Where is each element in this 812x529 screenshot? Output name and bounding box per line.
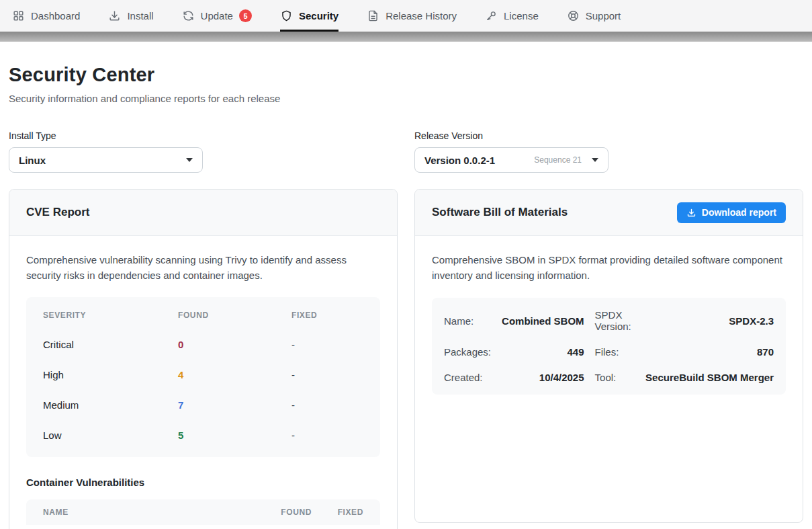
install-type-label: Install Type bbox=[9, 130, 398, 141]
page-title: Security Center bbox=[9, 64, 803, 86]
sbom-description: Comprehensive SBOM in SPDX format provid… bbox=[432, 253, 786, 283]
key-icon bbox=[485, 9, 498, 22]
top-navigation: Dashboard Install Update 5 Security Rele… bbox=[0, 0, 812, 32]
sbom-detail-value: 449 bbox=[502, 346, 584, 358]
severity-label: Critical bbox=[43, 339, 178, 350]
release-version-value: Version 0.0.2-1 bbox=[424, 155, 529, 166]
sbom-detail-value: SPDX-2.3 bbox=[645, 315, 774, 327]
sbom-detail-label: Files: bbox=[595, 346, 635, 358]
found-count: 5 bbox=[178, 430, 291, 441]
cve-report-card: CVE Report Comprehensive vulnerability s… bbox=[9, 189, 398, 529]
shield-icon bbox=[280, 9, 293, 22]
cve-description: Comprehensive vulnerability scanning usi… bbox=[26, 253, 380, 283]
found-count: 7 bbox=[178, 399, 291, 411]
download-icon bbox=[686, 208, 696, 218]
cve-card-body: Comprehensive vulnerability scanning usi… bbox=[9, 236, 397, 529]
sbom-card-header: Software Bill of Materials Download repo… bbox=[415, 190, 803, 236]
severity-label: Low bbox=[43, 430, 178, 441]
nav-label: Release History bbox=[386, 10, 457, 22]
download-report-button[interactable]: Download report bbox=[677, 202, 786, 223]
sbom-detail-label: SPDX Version: bbox=[595, 309, 635, 332]
found-count: 4 bbox=[178, 369, 291, 380]
severity-table: SEVERITY FOUND FIXED Critical 0 - High 4… bbox=[26, 297, 380, 457]
nav-label: Update bbox=[201, 10, 233, 22]
nav-item-install[interactable]: Install bbox=[108, 0, 153, 32]
sbom-detail-label: Tool: bbox=[595, 372, 635, 383]
sbom-detail-value: SecureBuild SBOM Merger bbox=[645, 372, 774, 383]
lifebuoy-icon bbox=[567, 9, 580, 22]
fixed-col-header: FIXED bbox=[291, 311, 363, 320]
nav-item-license[interactable]: License bbox=[485, 0, 539, 32]
page-subtitle: Security information and compliance repo… bbox=[9, 93, 803, 104]
report-cards: CVE Report Comprehensive vulnerability s… bbox=[9, 189, 803, 529]
update-count-badge: 5 bbox=[239, 9, 252, 22]
chevron-down-icon bbox=[592, 158, 598, 162]
nav-item-security[interactable]: Security bbox=[280, 0, 339, 32]
severity-label: Medium bbox=[43, 399, 178, 411]
main-content: Security Center Security information and… bbox=[0, 64, 812, 529]
nav-item-dashboard[interactable]: Dashboard bbox=[12, 0, 80, 32]
name-col-header: NAME bbox=[43, 507, 255, 517]
sbom-detail-label: Packages: bbox=[444, 346, 491, 358]
found-col-header: FOUND bbox=[178, 311, 291, 320]
nav-item-release-history[interactable]: Release History bbox=[367, 0, 457, 32]
file-document-icon bbox=[367, 9, 379, 22]
nav-label: Support bbox=[586, 10, 621, 22]
fixed-count: - bbox=[291, 430, 363, 441]
download-icon bbox=[108, 9, 121, 22]
severity-label: High bbox=[43, 369, 178, 380]
fixed-count: - bbox=[291, 339, 363, 350]
sbom-detail-value: Combined SBOM bbox=[502, 315, 584, 327]
refresh-icon bbox=[182, 9, 195, 22]
sbom-detail-value: 10/4/2025 bbox=[502, 372, 584, 383]
release-version-filter: Release Version Version 0.0.2-1 Sequence… bbox=[414, 130, 803, 173]
install-type-filter: Install Type Linux bbox=[9, 130, 398, 173]
card-spacer bbox=[26, 525, 380, 529]
release-sequence-label: Sequence 21 bbox=[534, 155, 582, 165]
sbom-card-body: Comprehensive SBOM in SPDX format provid… bbox=[415, 236, 803, 411]
download-report-label: Download report bbox=[702, 207, 776, 218]
nav-item-update[interactable]: Update 5 bbox=[182, 0, 252, 32]
release-version-label: Release Version bbox=[414, 130, 803, 141]
found-count: 0 bbox=[178, 339, 291, 350]
install-type-select[interactable]: Linux bbox=[9, 147, 203, 173]
container-vulnerabilities-title: Container Vulnerabilities bbox=[26, 477, 380, 488]
nav-label: License bbox=[504, 10, 539, 22]
sbom-card: Software Bill of Materials Download repo… bbox=[414, 189, 803, 523]
cve-card-title: CVE Report bbox=[26, 206, 89, 219]
nav-label: Install bbox=[127, 10, 153, 22]
nav-bottom-shadow bbox=[0, 32, 812, 42]
sbom-detail-label: Name: bbox=[444, 315, 491, 327]
container-vulnerabilities-table-header: NAME FOUND FIXED bbox=[26, 499, 380, 525]
nav-item-support[interactable]: Support bbox=[567, 0, 621, 32]
table-row: Medium 7 - bbox=[43, 399, 363, 411]
sbom-details-panel: Name: Combined SBOM SPDX Version: SPDX-2… bbox=[432, 298, 786, 395]
nav-label: Dashboard bbox=[31, 10, 80, 22]
table-row: Low 5 - bbox=[43, 430, 363, 441]
sbom-card-title: Software Bill of Materials bbox=[432, 206, 568, 219]
fixed-count: - bbox=[291, 369, 363, 380]
install-type-value: Linux bbox=[19, 155, 181, 166]
fixed-col-header: FIXED bbox=[326, 507, 363, 517]
release-version-select[interactable]: Version 0.0.2-1 Sequence 21 bbox=[414, 147, 608, 173]
filters-row: Install Type Linux Release Version Versi… bbox=[9, 130, 803, 173]
cve-card-header: CVE Report bbox=[9, 190, 397, 236]
table-row: High 4 - bbox=[43, 369, 363, 380]
sbom-detail-value: 870 bbox=[645, 346, 774, 358]
severity-table-header: SEVERITY FOUND FIXED bbox=[43, 311, 363, 320]
severity-col-header: SEVERITY bbox=[43, 311, 178, 320]
table-row: Critical 0 - bbox=[43, 339, 363, 350]
nav-label: Security bbox=[299, 10, 339, 22]
found-col-header: FOUND bbox=[270, 507, 312, 517]
dashboard-grid-icon bbox=[12, 9, 25, 22]
fixed-count: - bbox=[291, 399, 363, 411]
sbom-detail-label: Created: bbox=[444, 372, 491, 383]
chevron-down-icon bbox=[186, 158, 193, 162]
